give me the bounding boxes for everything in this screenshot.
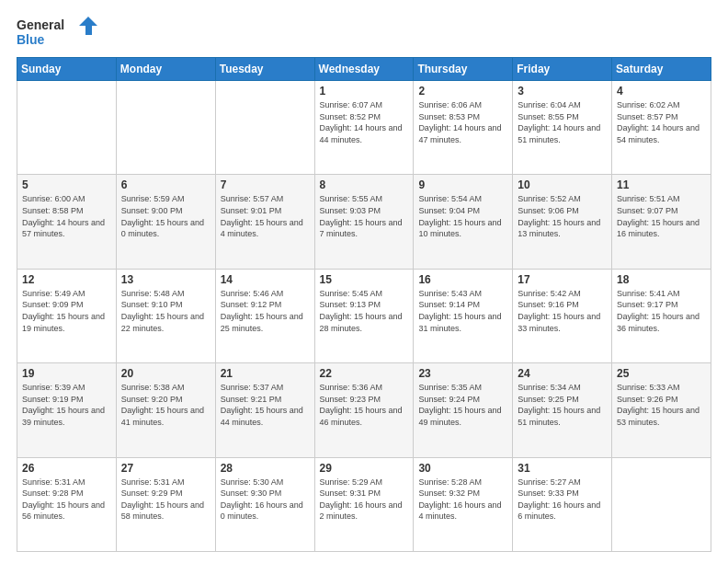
calendar-cell: 16Sunrise: 5:43 AMSunset: 9:14 PMDayligh… [414, 269, 513, 362]
day-number: 24 [518, 367, 607, 380]
day-info: Sunrise: 5:48 AMSunset: 9:10 PMDaylight:… [121, 288, 210, 334]
day-info: Sunrise: 5:51 AMSunset: 9:07 PMDaylight:… [617, 193, 706, 239]
day-info: Sunrise: 5:38 AMSunset: 9:20 PMDaylight:… [121, 382, 210, 428]
calendar-cell: 13Sunrise: 5:48 AMSunset: 9:10 PMDayligh… [116, 269, 215, 362]
day-info: Sunrise: 6:00 AMSunset: 8:58 PMDaylight:… [22, 193, 111, 239]
day-number: 2 [418, 85, 507, 98]
calendar-cell: 14Sunrise: 5:46 AMSunset: 9:12 PMDayligh… [215, 269, 314, 362]
day-number: 5 [22, 178, 111, 191]
day-info: Sunrise: 5:39 AMSunset: 9:19 PMDaylight:… [22, 382, 111, 428]
day-number: 9 [418, 178, 507, 191]
weekday-header: Thursday [414, 58, 513, 81]
day-number: 25 [617, 367, 706, 380]
calendar-cell: 8Sunrise: 5:55 AMSunset: 9:03 PMDaylight… [314, 175, 414, 269]
weekday-header: Wednesday [314, 58, 414, 81]
calendar-cell: 28Sunrise: 5:30 AMSunset: 9:30 PMDayligh… [215, 457, 314, 551]
day-number: 19 [22, 367, 111, 380]
day-info: Sunrise: 5:54 AMSunset: 9:04 PMDaylight:… [418, 193, 507, 239]
day-number: 10 [518, 178, 607, 191]
day-info: Sunrise: 5:28 AMSunset: 9:32 PMDaylight:… [418, 477, 507, 523]
day-number: 23 [418, 367, 507, 380]
day-number: 27 [121, 462, 210, 475]
calendar-cell: 24Sunrise: 5:34 AMSunset: 9:25 PMDayligh… [513, 363, 612, 457]
day-number: 16 [418, 273, 507, 286]
calendar-cell: 3Sunrise: 6:04 AMSunset: 8:55 PMDaylight… [513, 81, 612, 175]
day-number: 22 [320, 367, 409, 380]
day-number: 28 [221, 462, 310, 475]
day-info: Sunrise: 5:45 AMSunset: 9:13 PMDaylight:… [320, 288, 409, 334]
day-number: 8 [320, 178, 409, 191]
day-number: 26 [22, 462, 111, 475]
day-number: 6 [121, 178, 210, 191]
day-info: Sunrise: 5:49 AMSunset: 9:09 PMDaylight:… [22, 288, 111, 334]
day-info: Sunrise: 5:37 AMSunset: 9:21 PMDaylight:… [221, 382, 310, 428]
calendar-cell: 2Sunrise: 6:06 AMSunset: 8:53 PMDaylight… [414, 81, 513, 175]
day-number: 13 [121, 273, 210, 286]
calendar-cell: 30Sunrise: 5:28 AMSunset: 9:32 PMDayligh… [414, 457, 513, 551]
svg-text:Blue: Blue [17, 32, 45, 47]
calendar-cell: 12Sunrise: 5:49 AMSunset: 9:09 PMDayligh… [17, 269, 117, 362]
day-info: Sunrise: 5:31 AMSunset: 9:29 PMDaylight:… [121, 477, 210, 523]
calendar-cell: 17Sunrise: 5:42 AMSunset: 9:16 PMDayligh… [513, 269, 612, 362]
calendar-cell: 20Sunrise: 5:38 AMSunset: 9:20 PMDayligh… [116, 363, 215, 457]
day-number: 14 [221, 273, 310, 286]
day-number: 29 [320, 462, 409, 475]
weekday-header: Tuesday [215, 58, 314, 81]
day-number: 20 [121, 367, 210, 380]
day-number: 17 [518, 273, 607, 286]
day-number: 30 [418, 462, 507, 475]
day-number: 7 [221, 178, 310, 191]
calendar-cell: 6Sunrise: 5:59 AMSunset: 9:00 PMDaylight… [116, 175, 215, 269]
day-info: Sunrise: 6:02 AMSunset: 8:57 PMDaylight:… [617, 99, 706, 145]
calendar-cell [215, 81, 314, 175]
day-info: Sunrise: 5:36 AMSunset: 9:23 PMDaylight:… [320, 382, 409, 428]
day-number: 21 [221, 367, 310, 380]
day-info: Sunrise: 5:35 AMSunset: 9:24 PMDaylight:… [418, 382, 507, 428]
day-info: Sunrise: 5:55 AMSunset: 9:03 PMDaylight:… [320, 193, 409, 239]
calendar-cell [612, 457, 711, 551]
day-number: 15 [320, 273, 409, 286]
day-info: Sunrise: 6:07 AMSunset: 8:52 PMDaylight:… [320, 99, 409, 145]
calendar-cell: 25Sunrise: 5:33 AMSunset: 9:26 PMDayligh… [612, 363, 711, 457]
header: General Blue [17, 15, 711, 48]
weekday-header: Sunday [17, 58, 117, 81]
calendar-cell [116, 81, 215, 175]
day-number: 4 [617, 85, 706, 98]
calendar-cell: 4Sunrise: 6:02 AMSunset: 8:57 PMDaylight… [612, 81, 711, 175]
svg-text:General: General [17, 17, 64, 32]
day-info: Sunrise: 5:31 AMSunset: 9:28 PMDaylight:… [22, 477, 111, 523]
calendar-cell: 27Sunrise: 5:31 AMSunset: 9:29 PMDayligh… [116, 457, 215, 551]
day-info: Sunrise: 5:42 AMSunset: 9:16 PMDaylight:… [518, 288, 607, 334]
day-info: Sunrise: 5:46 AMSunset: 9:12 PMDaylight:… [221, 288, 310, 334]
calendar-cell: 31Sunrise: 5:27 AMSunset: 9:33 PMDayligh… [513, 457, 612, 551]
day-info: Sunrise: 5:59 AMSunset: 9:00 PMDaylight:… [121, 193, 210, 239]
calendar-cell: 1Sunrise: 6:07 AMSunset: 8:52 PMDaylight… [314, 81, 414, 175]
day-number: 12 [22, 273, 111, 286]
day-info: Sunrise: 6:06 AMSunset: 8:53 PMDaylight:… [418, 99, 507, 145]
calendar-cell: 11Sunrise: 5:51 AMSunset: 9:07 PMDayligh… [612, 175, 711, 269]
logo-svg: General Blue [17, 15, 99, 48]
weekday-header: Monday [116, 58, 215, 81]
day-info: Sunrise: 5:43 AMSunset: 9:14 PMDaylight:… [418, 288, 507, 334]
calendar-cell: 15Sunrise: 5:45 AMSunset: 9:13 PMDayligh… [314, 269, 414, 362]
day-info: Sunrise: 6:04 AMSunset: 8:55 PMDaylight:… [518, 99, 607, 145]
logo: General Blue [17, 15, 99, 48]
day-info: Sunrise: 5:30 AMSunset: 9:30 PMDaylight:… [221, 477, 310, 523]
calendar-cell: 5Sunrise: 6:00 AMSunset: 8:58 PMDaylight… [17, 175, 117, 269]
day-info: Sunrise: 5:34 AMSunset: 9:25 PMDaylight:… [518, 382, 607, 428]
day-info: Sunrise: 5:57 AMSunset: 9:01 PMDaylight:… [221, 193, 310, 239]
day-number: 3 [518, 85, 607, 98]
calendar-cell: 19Sunrise: 5:39 AMSunset: 9:19 PMDayligh… [17, 363, 117, 457]
day-number: 31 [518, 462, 607, 475]
calendar-cell: 7Sunrise: 5:57 AMSunset: 9:01 PMDaylight… [215, 175, 314, 269]
calendar-cell: 22Sunrise: 5:36 AMSunset: 9:23 PMDayligh… [314, 363, 414, 457]
calendar-cell: 9Sunrise: 5:54 AMSunset: 9:04 PMDaylight… [414, 175, 513, 269]
svg-marker-2 [79, 17, 97, 35]
weekday-header: Saturday [612, 58, 711, 81]
day-info: Sunrise: 5:41 AMSunset: 9:17 PMDaylight:… [617, 288, 706, 334]
calendar-cell: 26Sunrise: 5:31 AMSunset: 9:28 PMDayligh… [17, 457, 117, 551]
day-info: Sunrise: 5:27 AMSunset: 9:33 PMDaylight:… [518, 477, 607, 523]
day-number: 18 [617, 273, 706, 286]
calendar-table: SundayMondayTuesdayWednesdayThursdayFrid… [17, 57, 711, 552]
day-number: 11 [617, 178, 706, 191]
